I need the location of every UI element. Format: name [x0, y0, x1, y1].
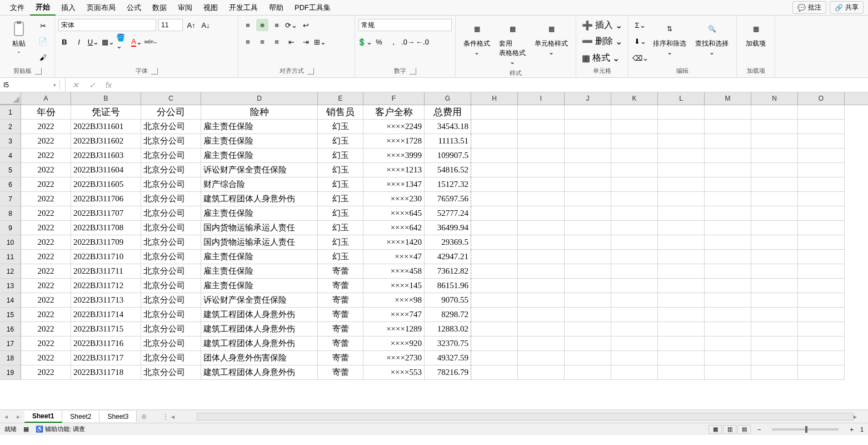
- cell[interactable]: [798, 308, 845, 322]
- fill-button[interactable]: ⬇⌄: [634, 36, 646, 48]
- col-header-I[interactable]: I: [518, 92, 565, 105]
- align-launcher[interactable]: [307, 68, 314, 75]
- cell[interactable]: [611, 337, 658, 351]
- cell[interactable]: [751, 293, 798, 308]
- header-cell[interactable]: 客户全称: [363, 105, 425, 120]
- cell[interactable]: [798, 235, 845, 250]
- cell[interactable]: [518, 134, 565, 149]
- cell[interactable]: [705, 351, 751, 365]
- menu-view[interactable]: 视图: [198, 1, 223, 15]
- cell[interactable]: 北京分公司: [141, 293, 201, 308]
- cell[interactable]: [658, 308, 705, 322]
- cell[interactable]: 2022BJ311713: [71, 293, 141, 308]
- header-cell[interactable]: 销售员: [318, 105, 363, 120]
- cell[interactable]: 2022: [21, 206, 71, 221]
- cell[interactable]: [611, 120, 658, 134]
- paste-button[interactable]: 粘贴⌄: [3, 18, 34, 56]
- cell[interactable]: ××××458: [363, 264, 425, 279]
- cell[interactable]: [751, 177, 798, 192]
- cell[interactable]: 诉讼财产保全责任保险: [201, 163, 318, 177]
- cell[interactable]: [798, 322, 845, 337]
- align-left-button[interactable]: ≡: [242, 36, 254, 48]
- cell[interactable]: [705, 293, 751, 308]
- cell[interactable]: [658, 351, 705, 365]
- cell[interactable]: 北京分公司: [141, 308, 201, 322]
- cell[interactable]: 寄蕾: [318, 279, 363, 293]
- cell[interactable]: [798, 134, 845, 149]
- cell[interactable]: 2022: [21, 264, 71, 279]
- cell[interactable]: [565, 134, 611, 149]
- cell[interactable]: [471, 134, 518, 149]
- cell[interactable]: [751, 221, 798, 235]
- cell[interactable]: [565, 322, 611, 337]
- cell[interactable]: 幻玉: [318, 235, 363, 250]
- italic-button[interactable]: I: [73, 36, 85, 48]
- cell[interactable]: 2022BJ311717: [71, 351, 141, 365]
- cell[interactable]: 2022: [21, 337, 71, 351]
- cell[interactable]: ××××2730: [363, 351, 425, 365]
- col-header-N[interactable]: N: [751, 92, 798, 105]
- menu-pdf[interactable]: PDF工具集: [289, 1, 336, 15]
- cell[interactable]: [705, 105, 751, 120]
- cell[interactable]: [471, 192, 518, 206]
- addin-button[interactable]: ▦加载项: [740, 18, 771, 51]
- cell[interactable]: [611, 264, 658, 279]
- cut-button[interactable]: ✂: [37, 19, 49, 32]
- cell[interactable]: [798, 192, 845, 206]
- cell[interactable]: [565, 337, 611, 351]
- font-name-select[interactable]: [58, 19, 156, 31]
- tab-nav-prev[interactable]: ◂: [0, 413, 12, 421]
- border-button[interactable]: ▦⌄: [102, 36, 114, 48]
- cell[interactable]: [705, 134, 751, 149]
- cell[interactable]: 54816.52: [425, 163, 471, 177]
- header-cell[interactable]: 分公司: [141, 105, 201, 120]
- cell[interactable]: 8298.72: [425, 308, 471, 322]
- cell[interactable]: [471, 264, 518, 279]
- col-header-E[interactable]: E: [318, 92, 363, 105]
- cell[interactable]: [798, 351, 845, 365]
- number-format-select[interactable]: [358, 19, 452, 31]
- cell[interactable]: 2022BJ311712: [71, 279, 141, 293]
- cell[interactable]: [798, 337, 845, 351]
- menu-file[interactable]: 文件: [4, 1, 30, 15]
- cell[interactable]: [518, 192, 565, 206]
- cell[interactable]: [751, 279, 798, 293]
- cell[interactable]: ××××1728: [363, 134, 425, 149]
- cell[interactable]: [565, 177, 611, 192]
- cell[interactable]: [471, 279, 518, 293]
- cell[interactable]: 2022: [21, 365, 71, 380]
- cell[interactable]: 雇主责任保险: [201, 264, 318, 279]
- cell[interactable]: [518, 177, 565, 192]
- menu-dev[interactable]: 开发工具: [223, 1, 263, 15]
- table-format-button[interactable]: ▦套用 表格格式⌄: [495, 18, 530, 68]
- cell[interactable]: 国内货物运输承运人责任: [201, 235, 318, 250]
- col-header-L[interactable]: L: [658, 92, 705, 105]
- cell[interactable]: [471, 365, 518, 380]
- cell[interactable]: [518, 250, 565, 264]
- cell[interactable]: [611, 308, 658, 322]
- cell[interactable]: [471, 351, 518, 365]
- cell[interactable]: [658, 206, 705, 221]
- share-button[interactable]: 🔗共享: [830, 1, 864, 14]
- col-header-B[interactable]: B: [71, 92, 141, 105]
- cell[interactable]: 2022BJ311707: [71, 206, 141, 221]
- row-header-12[interactable]: 12: [0, 264, 21, 279]
- number-launcher[interactable]: [410, 68, 416, 75]
- cell[interactable]: 2022: [21, 134, 71, 149]
- cell[interactable]: [658, 322, 705, 337]
- cell[interactable]: [518, 279, 565, 293]
- cell[interactable]: 2022: [21, 177, 71, 192]
- phonetic-button[interactable]: wén⌄: [145, 36, 157, 48]
- cell[interactable]: 寄蕾: [318, 308, 363, 322]
- row-header-11[interactable]: 11: [0, 250, 21, 264]
- row-header-4[interactable]: 4: [0, 149, 21, 163]
- col-header-K[interactable]: K: [611, 92, 658, 105]
- cell[interactable]: 北京分公司: [141, 235, 201, 250]
- cell[interactable]: [518, 365, 565, 380]
- cell[interactable]: 2022BJ311601: [71, 120, 141, 134]
- cell[interactable]: [751, 264, 798, 279]
- name-box[interactable]: I5▾: [0, 80, 60, 90]
- view-pagelayout-button[interactable]: ▥: [723, 425, 736, 434]
- align-bottom-button[interactable]: ≡: [271, 19, 283, 31]
- cell[interactable]: [518, 337, 565, 351]
